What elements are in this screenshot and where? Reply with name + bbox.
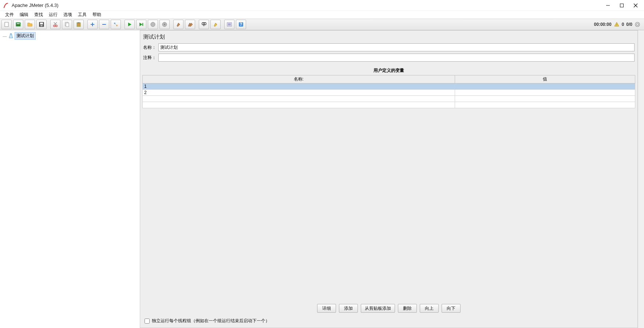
up-button[interactable]: 向上 (420, 304, 439, 313)
tree-root-label[interactable]: 测试计划 (15, 32, 36, 40)
detail-button[interactable]: 详细 (317, 304, 336, 313)
expand-button[interactable] (87, 20, 98, 29)
vars-section-title: 用户定义的变量 (142, 64, 635, 75)
name-row: 名称： (142, 43, 635, 51)
name-label: 名称： (143, 44, 156, 51)
vertical-scrollbar[interactable] (638, 30, 644, 328)
table-row[interactable]: 2 (143, 90, 635, 96)
svg-rect-5 (16, 23, 20, 26)
svg-rect-6 (17, 23, 20, 24)
start-no-timers-button[interactable] (136, 20, 146, 29)
cell-name[interactable] (143, 102, 455, 108)
window-controls (605, 3, 641, 8)
toggle-button[interactable] (111, 20, 121, 29)
cell-name[interactable] (143, 96, 455, 102)
svg-rect-9 (40, 25, 43, 26)
open-button[interactable] (25, 20, 35, 29)
vars-table-wrap: 名称: 值 1 2 (142, 75, 635, 316)
vars-col-name[interactable]: 名称: (143, 75, 455, 83)
svg-rect-24 (142, 23, 143, 26)
svg-rect-15 (66, 23, 69, 27)
warning-icon[interactable] (614, 22, 620, 27)
svg-rect-41 (10, 34, 12, 34)
active-threads: 0/0 (626, 22, 632, 27)
cell-value[interactable] (455, 90, 635, 96)
cell-value[interactable] (455, 83, 635, 90)
menu-file[interactable]: 文件 (2, 11, 17, 19)
stop-button[interactable] (148, 20, 158, 29)
search-button[interactable] (199, 20, 209, 29)
start-button[interactable] (125, 20, 135, 29)
tree-expand-handle[interactable]: — (2, 34, 7, 38)
cell-value[interactable] (455, 102, 635, 108)
svg-rect-17 (78, 22, 80, 23)
svg-point-39 (635, 22, 640, 27)
clear-button[interactable] (173, 20, 183, 29)
svg-line-13 (54, 22, 56, 25)
new-button[interactable] (1, 20, 12, 29)
menu-help[interactable]: 帮助 (90, 11, 104, 19)
table-empty-area (142, 108, 635, 300)
toolbar: ? 00:00:00 0 0/0 (0, 19, 644, 30)
comment-label: 注释： (143, 55, 156, 61)
close-button[interactable] (633, 3, 638, 8)
svg-text:?: ? (240, 22, 242, 27)
name-input[interactable] (158, 43, 635, 51)
table-row[interactable]: 1 (143, 83, 635, 90)
main-area: — 测试计划 测试计划 名称： 注释： 用户定义的变量 名称: 值 (0, 30, 644, 328)
editor-panel: 测试计划 名称： 注释： 用户定义的变量 名称: 值 1 (140, 30, 638, 328)
menu-options[interactable]: 选项 (60, 11, 75, 19)
maximize-button[interactable] (619, 3, 624, 8)
menu-search[interactable]: 查找 (31, 11, 46, 19)
vars-table[interactable]: 名称: 值 1 2 (142, 75, 635, 108)
test-plan-icon (8, 33, 14, 39)
paste-button[interactable] (74, 20, 84, 29)
svg-line-23 (115, 24, 116, 25)
add-button[interactable]: 添加 (339, 304, 358, 313)
function-helper-button[interactable] (224, 20, 234, 29)
copy-button[interactable] (62, 20, 72, 29)
jmeter-icon (3, 3, 9, 8)
menubar: 文件 编辑 查找 运行 选项 工具 帮助 (0, 11, 644, 19)
svg-rect-1 (620, 4, 624, 7)
help-button[interactable]: ? (236, 20, 246, 29)
cell-name[interactable]: 1 (143, 83, 455, 90)
comment-row: 注释： (142, 54, 635, 62)
shutdown-button[interactable] (159, 20, 170, 29)
clear-all-button[interactable] (185, 20, 195, 29)
templates-button[interactable] (13, 20, 23, 29)
window-title: Apache JMeter (5.4.3) (12, 3, 605, 8)
tree-root-row[interactable]: — 测试计划 (1, 32, 140, 40)
elapsed-timer: 00:00:00 (594, 22, 612, 27)
svg-point-40 (636, 23, 639, 26)
minimize-button[interactable] (605, 3, 611, 8)
isolate-threads-row: 独立运行每个线程组（例如在一个组运行结束后启动下一个） (142, 316, 635, 325)
svg-point-25 (151, 22, 155, 27)
toolbar-status: 00:00:00 0 0/0 (594, 22, 643, 27)
menu-edit[interactable]: 编辑 (17, 11, 31, 19)
save-button[interactable] (36, 20, 47, 29)
add-from-clipboard-button[interactable]: 从剪贴板添加 (361, 304, 395, 313)
table-row[interactable] (143, 96, 635, 102)
cell-name[interactable]: 2 (143, 90, 455, 96)
collapse-button[interactable] (99, 20, 109, 29)
reset-search-button[interactable] (210, 20, 221, 29)
titlebar: Apache JMeter (5.4.3) (0, 0, 644, 11)
svg-line-12 (54, 22, 57, 25)
svg-point-27 (164, 24, 165, 25)
svg-rect-8 (40, 23, 43, 24)
isolate-threads-checkbox[interactable] (145, 319, 150, 324)
delete-button[interactable]: 删除 (398, 304, 417, 313)
svg-rect-4 (5, 22, 8, 27)
svg-point-38 (616, 26, 617, 26)
isolate-threads-label: 独立运行每个线程组（例如在一个组运行结束后启动下一个） (152, 318, 270, 324)
vars-col-value[interactable]: 值 (455, 75, 635, 83)
menu-run[interactable]: 运行 (46, 11, 60, 19)
comment-input[interactable] (158, 54, 635, 62)
down-button[interactable]: 向下 (442, 304, 461, 313)
menu-tools[interactable]: 工具 (75, 11, 90, 19)
table-row[interactable] (143, 102, 635, 108)
cut-button[interactable] (50, 20, 60, 29)
svg-point-11 (56, 25, 58, 27)
cell-value[interactable] (455, 96, 635, 102)
